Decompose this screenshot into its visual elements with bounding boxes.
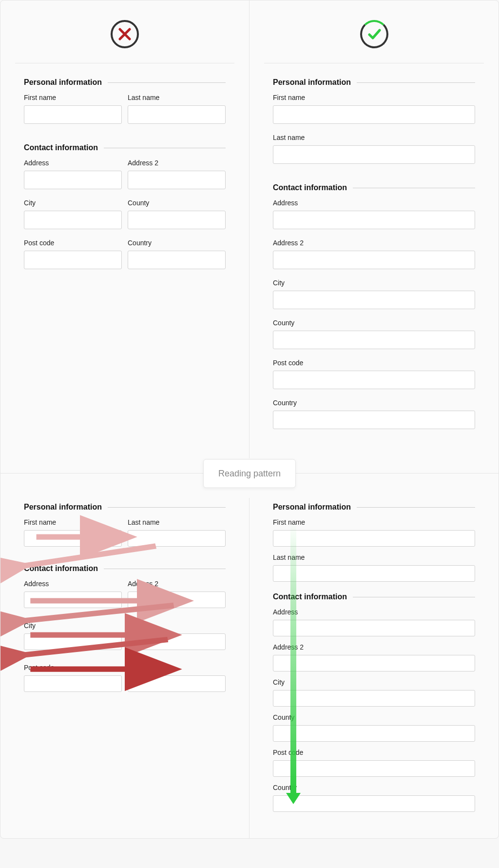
section-title: Personal information bbox=[273, 78, 351, 87]
address-input[interactable] bbox=[273, 211, 475, 229]
good-column-pattern: Personal information First name Last nam… bbox=[250, 498, 499, 838]
section-title: Personal information bbox=[24, 78, 102, 87]
bad-column: Personal information First name Last nam… bbox=[0, 0, 250, 458]
section-header-personal: Personal information bbox=[24, 503, 226, 512]
address-input[interactable] bbox=[24, 171, 122, 189]
good-form: Personal information First name Last nam… bbox=[250, 78, 499, 429]
reading-pattern-badge: Reading pattern bbox=[203, 459, 296, 488]
label-county: County bbox=[128, 199, 226, 207]
country-input[interactable] bbox=[128, 251, 226, 269]
label-post-code: Post code bbox=[24, 239, 122, 247]
city-input[interactable] bbox=[24, 633, 122, 650]
label-city: City bbox=[273, 279, 475, 287]
section-title: Personal information bbox=[24, 503, 102, 512]
first-name-input[interactable] bbox=[273, 530, 475, 547]
section-line bbox=[357, 82, 475, 83]
section-title: Contact information bbox=[273, 183, 347, 192]
label-last-name: Last name bbox=[273, 553, 475, 561]
last-name-input[interactable] bbox=[273, 145, 475, 164]
good-column: Personal information First name Last nam… bbox=[250, 0, 499, 458]
country-input[interactable] bbox=[273, 411, 475, 429]
label-address: Address bbox=[24, 159, 122, 167]
label-county: County bbox=[273, 319, 475, 327]
post-code-input[interactable] bbox=[273, 760, 475, 777]
address2-input[interactable] bbox=[128, 171, 226, 189]
good-form-pattern: Personal information First name Last nam… bbox=[250, 503, 499, 812]
address2-input[interactable] bbox=[128, 592, 226, 608]
good-icon-wrap bbox=[250, 15, 499, 63]
last-name-input[interactable] bbox=[273, 565, 475, 582]
section-header-personal: Personal information bbox=[273, 78, 475, 87]
label-city: City bbox=[24, 622, 122, 630]
post-code-input[interactable] bbox=[24, 251, 122, 269]
label-address2: Address 2 bbox=[128, 159, 226, 167]
section-header-contact: Contact information bbox=[273, 592, 475, 601]
straight-arrow-icon bbox=[284, 522, 303, 805]
county-input[interactable] bbox=[128, 211, 226, 229]
city-input[interactable] bbox=[273, 291, 475, 309]
first-name-input[interactable] bbox=[24, 105, 122, 124]
country-input[interactable] bbox=[273, 795, 475, 812]
country-input[interactable] bbox=[128, 675, 226, 692]
label-first-name: First name bbox=[24, 94, 122, 101]
comparison-diagram: Personal information First name Last nam… bbox=[0, 0, 499, 839]
section-header-contact: Contact information bbox=[24, 143, 226, 152]
bad-form: Personal information First name Last nam… bbox=[0, 78, 249, 269]
last-name-input[interactable] bbox=[128, 530, 226, 547]
section-header-contact: Contact information bbox=[24, 564, 226, 573]
label-post-code: Post code bbox=[24, 664, 122, 671]
label-first-name: First name bbox=[273, 518, 475, 526]
section-line bbox=[104, 569, 226, 569]
svg-rect-7 bbox=[290, 522, 296, 794]
section-line bbox=[353, 188, 475, 188]
address-input[interactable] bbox=[273, 620, 475, 636]
section-line bbox=[108, 507, 226, 508]
label-country: Country bbox=[128, 239, 226, 247]
label-first-name: First name bbox=[24, 518, 122, 526]
label-post-code: Post code bbox=[273, 359, 475, 367]
bad-column-pattern: Personal information First name Last nam… bbox=[0, 498, 250, 838]
first-name-input[interactable] bbox=[273, 105, 475, 124]
label-county: County bbox=[273, 713, 475, 721]
label-post-code: Post code bbox=[273, 749, 475, 756]
bad-icon-wrap bbox=[0, 15, 249, 63]
bottom-comparison: Personal information First name Last nam… bbox=[0, 498, 499, 838]
first-name-input[interactable] bbox=[24, 530, 122, 547]
county-input[interactable] bbox=[128, 633, 226, 650]
check-icon bbox=[360, 20, 388, 48]
section-line bbox=[104, 148, 226, 148]
label-country: Country bbox=[273, 399, 475, 407]
address2-input[interactable] bbox=[273, 655, 475, 671]
section-line bbox=[357, 507, 475, 508]
section-header-personal: Personal information bbox=[273, 503, 475, 512]
section-header-contact: Contact information bbox=[273, 183, 475, 192]
label-last-name: Last name bbox=[273, 134, 475, 141]
address2-input[interactable] bbox=[273, 251, 475, 269]
section-header-personal: Personal information bbox=[24, 78, 226, 87]
section-title: Contact information bbox=[24, 564, 98, 573]
label-address: Address bbox=[273, 199, 475, 207]
label-first-name: First name bbox=[273, 94, 475, 101]
cross-icon bbox=[111, 20, 139, 48]
section-title: Contact information bbox=[24, 143, 98, 152]
label-last-name: Last name bbox=[128, 518, 226, 526]
city-input[interactable] bbox=[24, 211, 122, 229]
last-name-input[interactable] bbox=[128, 105, 226, 124]
county-input[interactable] bbox=[273, 331, 475, 349]
county-input[interactable] bbox=[273, 725, 475, 742]
label-address: Address bbox=[24, 580, 122, 588]
separator bbox=[264, 63, 484, 63]
address-input[interactable] bbox=[24, 592, 122, 608]
section-line bbox=[108, 82, 226, 83]
section-title: Personal information bbox=[273, 503, 351, 512]
post-code-input[interactable] bbox=[273, 371, 475, 389]
separator bbox=[15, 63, 234, 63]
label-country: Country bbox=[273, 784, 475, 791]
label-address2: Address 2 bbox=[273, 643, 475, 651]
label-city: City bbox=[24, 199, 122, 207]
city-input[interactable] bbox=[273, 690, 475, 707]
reading-pattern-divider: Reading pattern bbox=[0, 473, 499, 473]
label-address2: Address 2 bbox=[128, 580, 226, 588]
label-address: Address bbox=[273, 608, 475, 616]
post-code-input[interactable] bbox=[24, 675, 122, 692]
